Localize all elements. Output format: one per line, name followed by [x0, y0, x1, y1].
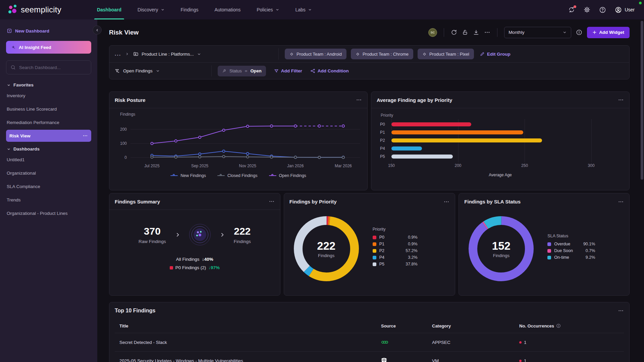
more-options-icon[interactable]	[484, 29, 490, 36]
filter-panel: ... Product Line : Platforms... Product …	[109, 45, 630, 79]
avatar[interactable]: SC	[428, 28, 437, 37]
filter-chip-android[interactable]: Product Team : Android	[285, 49, 346, 59]
sidebar-item-organizational-product-lines[interactable]: Organizational - Product Lines	[6, 207, 91, 219]
sidebar-collapse-button[interactable]	[93, 25, 102, 35]
brand-logo[interactable]: seemplicity	[0, 4, 70, 15]
legend-item-on-time[interactable]: On-time9.2%	[547, 255, 595, 260]
legend-item-p1[interactable]: P10.9%	[373, 242, 418, 246]
sidebar-item-remediation-performance[interactable]: Remediation Performance	[6, 116, 91, 128]
legend-item-overdue[interactable]: Overdue90.1%	[547, 242, 595, 246]
card-menu-icon[interactable]	[618, 199, 624, 205]
legend-item-closed-findings[interactable]: Closed Findings	[217, 173, 258, 178]
info-icon[interactable]	[556, 323, 561, 328]
legend-item-new-findings[interactable]: New Findings	[170, 173, 206, 178]
nav-item-automations[interactable]: Automations	[208, 0, 247, 19]
table-header: Title Source Category No. Occurrences	[115, 319, 624, 333]
sla-donut-chart: 152 Findings	[468, 215, 535, 282]
avg-age-card: Average Finding age by Priority Priority…	[371, 92, 630, 190]
sidebar-item-sla-compliance[interactable]: SLA Compliance	[6, 180, 91, 192]
legend-item-p4[interactable]: P43.2%	[373, 255, 418, 260]
add-widget-button[interactable]: Add Widget	[587, 27, 630, 38]
card-menu-icon[interactable]	[443, 199, 449, 205]
occurrence-count: 1	[519, 358, 619, 362]
table-row[interactable]: 2025-05 Security Updates - Windows - Mul…	[115, 351, 624, 362]
condition-field: Status	[229, 68, 242, 73]
sidebar-section-dashboards[interactable]: Dashboards	[7, 146, 91, 152]
status-condition-chip[interactable]: Status = Open	[218, 66, 266, 76]
chevron-right-icon	[175, 232, 180, 238]
sla-donut-value: 152	[492, 240, 511, 252]
scope-dropdown-value: Open Findings	[123, 68, 153, 73]
filter-star-icon	[115, 68, 120, 74]
user-icon	[615, 6, 622, 13]
p0-color-swatch	[170, 266, 173, 269]
sla-legend: SLA Status Overdue90.1%Due Soon0.7%On-ti…	[547, 234, 595, 262]
occurrence-count: 1	[519, 340, 619, 345]
card-menu-icon[interactable]	[618, 97, 624, 103]
card-menu-icon[interactable]	[269, 198, 275, 204]
search-input[interactable]	[19, 65, 87, 70]
sla-donut-label: Findings	[493, 253, 509, 258]
nav-item-findings[interactable]: Findings	[174, 0, 205, 19]
filter-chip-chrome[interactable]: Product Team : Chrome	[351, 49, 413, 59]
nav-item-policies[interactable]: Policies	[250, 0, 286, 19]
card-menu-icon[interactable]	[618, 308, 624, 314]
seemplicity-processing-icon	[189, 224, 211, 245]
refresh-icon[interactable]	[451, 29, 457, 36]
sidebar-section-favorites[interactable]: Favorites	[7, 82, 91, 87]
settings-gear-icon[interactable]	[584, 6, 590, 13]
user-label: User	[625, 7, 635, 12]
legend-item-due-soon[interactable]: Due Soon0.7%	[547, 248, 595, 253]
sidebar-item-business-line-scorecard[interactable]: Business Line Scorecard	[6, 103, 91, 115]
legend-item-p5[interactable]: P537.8%	[373, 262, 418, 266]
period-select[interactable]: Monthly	[504, 27, 571, 38]
all-findings-delta: All Findings ↓40%	[109, 257, 280, 262]
add-widget-label: Add Widget	[599, 30, 624, 35]
nav-item-labs[interactable]: Labs	[289, 0, 319, 19]
unlock-icon[interactable]	[462, 29, 468, 36]
sidebar-item-organizational[interactable]: Organizational	[6, 167, 91, 179]
top-findings-table: Title Source Category No. Occurrences Se…	[109, 319, 629, 362]
findings-summary-title: Findings Summary	[115, 199, 160, 204]
avg-age-row-label: P5	[380, 153, 391, 161]
ai-insight-feed-label: AI Insight Feed	[19, 45, 51, 50]
table-row[interactable]: Secret Detected - SlackAPPSEC1	[115, 333, 624, 351]
nav-item-discovery[interactable]: Discovery	[131, 0, 171, 19]
svg-text:100: 100	[120, 141, 127, 146]
svg-text:200: 200	[120, 127, 127, 132]
svg-text:Nov 2025: Nov 2025	[239, 164, 257, 168]
sparkle-icon	[11, 45, 16, 50]
svg-text:Sep 2025: Sep 2025	[191, 164, 209, 168]
dashboard-search	[6, 60, 91, 74]
sidebar-item-inventory[interactable]: Inventory	[6, 89, 91, 102]
findings-by-priority-card: Findings by Priority 222 Findings Priori…	[284, 193, 455, 296]
risk-posture-legend: New FindingsClosed FindingsOpen Findings	[109, 173, 367, 178]
finding-title: 2025-05 Security Updates - Windows - Mul…	[119, 358, 381, 362]
scope-dropdown[interactable]: Open Findings	[115, 68, 160, 74]
group-dropdown[interactable]: Product Line : Platforms...	[133, 51, 201, 57]
breadcrumb-more[interactable]: ...	[115, 51, 121, 57]
window-scrollbar[interactable]	[641, 21, 643, 180]
user-menu[interactable]: User	[615, 6, 635, 13]
add-condition-button[interactable]: Add Condition	[310, 68, 349, 73]
top-navbar: seemplicity DashboardDiscoveryFindingsAu…	[0, 0, 644, 19]
seemplicity-logo-icon	[8, 4, 18, 15]
sync-icon[interactable]	[568, 6, 575, 13]
new-dashboard-button[interactable]: New Dashboard	[7, 28, 91, 34]
legend-item-p0[interactable]: P00.9%	[373, 235, 418, 240]
help-icon[interactable]	[599, 6, 606, 13]
card-menu-icon[interactable]	[356, 97, 362, 103]
filter-chip-pixel[interactable]: Product Team : Pixel	[418, 49, 474, 59]
download-icon[interactable]	[473, 29, 479, 36]
sidebar-item-risk-view[interactable]: Risk View	[6, 130, 91, 142]
edit-group-button[interactable]: Edit Group	[480, 52, 511, 57]
sidebar-item-trends[interactable]: Trends	[6, 194, 91, 206]
nav-item-dashboard[interactable]: Dashboard	[90, 0, 128, 19]
info-icon[interactable]	[576, 29, 582, 36]
navbar-actions: User	[568, 6, 644, 13]
sidebar-item-untitled1[interactable]: Untitled1	[6, 154, 91, 166]
legend-item-open-findings[interactable]: Open Findings	[269, 173, 306, 178]
add-filter-button[interactable]: Add Filter	[274, 68, 302, 73]
ai-insight-feed-button[interactable]: AI Insight Feed	[6, 41, 91, 54]
legend-item-p2[interactable]: P257.2%	[373, 248, 418, 253]
